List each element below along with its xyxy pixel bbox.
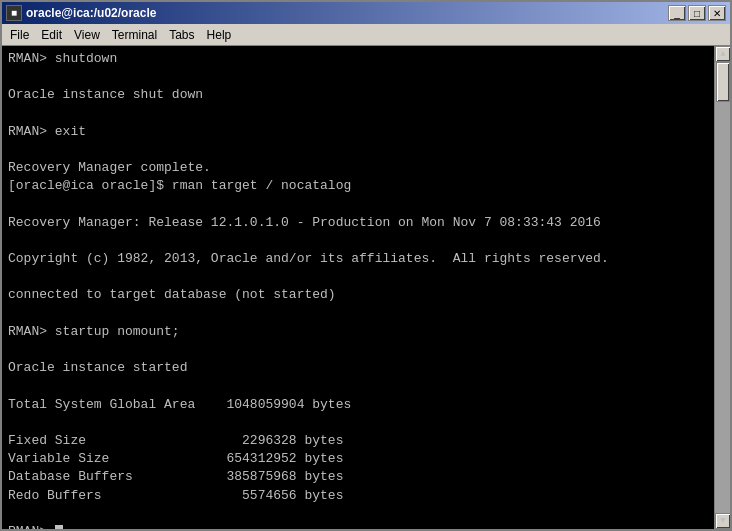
title-bar: ■ oracle@ica:/u02/oracle _ □ ✕ bbox=[2, 2, 730, 24]
scroll-track[interactable] bbox=[715, 62, 730, 513]
scroll-thumb[interactable] bbox=[716, 62, 730, 102]
menu-bar: File Edit View Terminal Tabs Help bbox=[2, 24, 730, 46]
maximize-button[interactable]: □ bbox=[688, 5, 706, 21]
window-icon: ■ bbox=[6, 5, 22, 21]
menu-terminal[interactable]: Terminal bbox=[106, 26, 163, 44]
title-bar-left: ■ oracle@ica:/u02/oracle bbox=[6, 5, 156, 21]
window-title: oracle@ica:/u02/oracle bbox=[26, 6, 156, 20]
terminal-output[interactable]: RMAN> shutdown Oracle instance shut down… bbox=[2, 46, 714, 529]
terminal-area: RMAN> shutdown Oracle instance shut down… bbox=[2, 46, 730, 529]
menu-tabs[interactable]: Tabs bbox=[163, 26, 200, 44]
scrollbar[interactable]: ▲ ▼ bbox=[714, 46, 730, 529]
minimize-button[interactable]: _ bbox=[668, 5, 686, 21]
menu-file[interactable]: File bbox=[4, 26, 35, 44]
title-bar-buttons: _ □ ✕ bbox=[668, 5, 726, 21]
close-button[interactable]: ✕ bbox=[708, 5, 726, 21]
scroll-up-button[interactable]: ▲ bbox=[715, 46, 730, 62]
menu-view[interactable]: View bbox=[68, 26, 106, 44]
menu-edit[interactable]: Edit bbox=[35, 26, 68, 44]
scroll-down-button[interactable]: ▼ bbox=[715, 513, 730, 529]
terminal-cursor bbox=[55, 525, 63, 529]
terminal-window: ■ oracle@ica:/u02/oracle _ □ ✕ File Edit… bbox=[0, 0, 732, 531]
menu-help[interactable]: Help bbox=[201, 26, 238, 44]
